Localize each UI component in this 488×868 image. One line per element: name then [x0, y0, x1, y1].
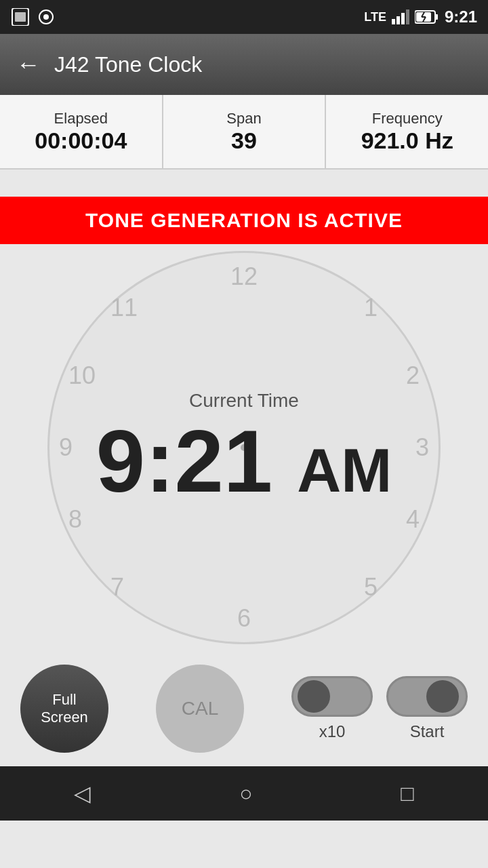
status-right-icons: LTE 9:21	[364, 7, 477, 26]
frequency-value: 921.0 Hz	[361, 127, 453, 154]
full-screen-button[interactable]: FullScreen	[20, 665, 108, 753]
time-display: 9:21	[445, 7, 477, 26]
clock-num-10: 10	[68, 361, 96, 390]
back-nav-button[interactable]: ◁	[74, 781, 91, 806]
nav-bar: ◁ ○ □	[0, 766, 488, 821]
frequency-cell: Frequency 921.0 Hz	[326, 95, 488, 168]
x10-toggle[interactable]	[291, 676, 373, 717]
recents-nav-button[interactable]: □	[401, 781, 413, 806]
elapsed-label: Elapsed	[54, 110, 108, 127]
start-toggle-container: Start	[386, 676, 468, 741]
status-left-icons	[11, 7, 56, 26]
svg-rect-7	[406, 9, 409, 24]
span-value: 39	[231, 127, 257, 154]
cal-label: CAL	[182, 698, 218, 719]
elapsed-value: 00:00:04	[35, 127, 127, 154]
stats-row: Elapsed 00:00:04 Span 39 Frequency 921.0…	[0, 95, 488, 170]
spacer	[0, 170, 488, 197]
svg-rect-6	[401, 13, 405, 24]
clock-num-5: 5	[364, 573, 378, 601]
bottom-controls: FullScreen CAL x10 Start	[0, 651, 488, 766]
clock-area: 12 1 2 3 4 5 6 7 8 9 10 11 Current Time …	[0, 244, 488, 651]
app-bar: ← J42 Tone Clock	[0, 34, 488, 95]
active-banner: TONE GENERATION IS ACTIVE	[0, 197, 488, 244]
elapsed-cell: Elapsed 00:00:04	[0, 95, 163, 168]
svg-rect-9	[435, 14, 438, 20]
svg-rect-4	[392, 19, 395, 24]
digital-time: 9:21 AM	[96, 417, 392, 505]
status-bar: LTE 9:21	[0, 0, 488, 34]
home-nav-button[interactable]: ○	[239, 781, 252, 806]
current-time-label: Current Time	[96, 390, 392, 412]
full-screen-label: FullScreen	[41, 691, 88, 727]
clock-num-9: 9	[59, 433, 73, 462]
digital-display: Current Time 9:21 AM	[96, 390, 392, 505]
span-label: Span	[226, 110, 261, 127]
banner-text: TONE GENERATION IS ACTIVE	[85, 209, 403, 232]
clock-num-4: 4	[406, 505, 420, 534]
start-toggle[interactable]	[386, 676, 468, 717]
clock-num-3: 3	[415, 433, 429, 462]
lte-label: LTE	[364, 10, 386, 24]
svg-rect-5	[396, 16, 400, 24]
svg-rect-1	[15, 12, 26, 22]
app-title: J42 Tone Clock	[54, 52, 202, 77]
x10-toggle-container: x10	[291, 676, 373, 741]
signal-icon	[392, 9, 409, 24]
time-value: 9:21	[96, 412, 272, 511]
battery-icon	[415, 9, 439, 24]
clock-num-1: 1	[364, 294, 378, 322]
back-button[interactable]: ←	[16, 50, 41, 79]
start-label: Start	[410, 722, 445, 741]
clock-num-11: 11	[110, 294, 138, 322]
toggle-group: x10 Start	[291, 676, 468, 741]
clock-num-6: 6	[237, 604, 251, 633]
sim-icon	[11, 8, 30, 26]
span-cell: Span 39	[163, 95, 327, 168]
clock-num-7: 7	[110, 573, 124, 601]
svg-point-3	[43, 14, 49, 20]
x10-knob	[298, 680, 330, 713]
start-knob	[426, 680, 459, 713]
cal-button[interactable]: CAL	[156, 665, 244, 753]
x10-label: x10	[319, 722, 346, 741]
android-icon	[37, 7, 56, 26]
clock-num-2: 2	[406, 361, 420, 390]
clock-num-12: 12	[230, 262, 258, 291]
ampm-value: AM	[297, 437, 392, 505]
frequency-label: Frequency	[372, 110, 443, 127]
clock-num-8: 8	[68, 505, 82, 534]
